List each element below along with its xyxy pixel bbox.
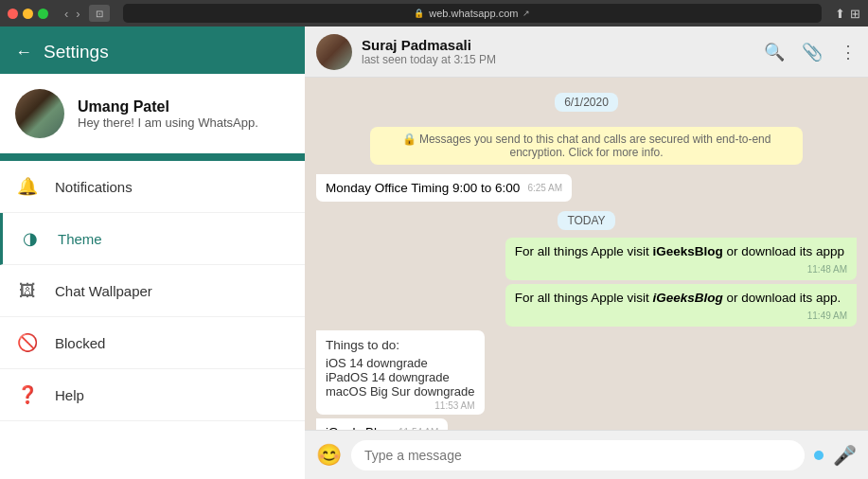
sidebar-item-notifications[interactable]: 🔔 Notifications: [0, 161, 305, 213]
nav-arrows: ‹ ›: [62, 7, 83, 21]
chat-header-actions: 🔍 📎 ⋮: [764, 42, 857, 62]
chat-wallpaper-label: Chat Wallpaper: [55, 283, 152, 299]
address-bar[interactable]: 🔒 web.whatsapp.com ↗: [123, 4, 822, 23]
share-button[interactable]: ⬆: [835, 7, 845, 21]
sidebar-item-chat-wallpaper[interactable]: 🖼 Chat Wallpaper: [0, 265, 305, 317]
browser-chrome: ‹ › ⊡ 🔒 web.whatsapp.com ↗ ⬆ ⊞: [0, 0, 868, 27]
sidebar-item-theme[interactable]: ◑ Theme: [0, 213, 305, 265]
message-time: 11:53 AM: [434, 400, 474, 411]
profile-section[interactable]: Umang Patel Hey there! I am using WhatsA…: [0, 74, 305, 153]
back-nav-button[interactable]: ‹: [62, 7, 71, 21]
sidebar-title: Settings: [44, 42, 109, 62]
input-bar: 😊 🎤: [305, 430, 868, 479]
sidebar-item-blocked[interactable]: 🚫 Blocked: [0, 317, 305, 369]
message-text: iGeeksBlog: [326, 425, 391, 430]
forward-nav-button[interactable]: ›: [73, 7, 82, 21]
date-badge-text: 6/1/2020: [555, 93, 618, 112]
sidebar-item-help[interactable]: ❓ Help: [0, 369, 305, 421]
message-time: 6:25 AM: [527, 182, 562, 195]
add-bookmark-button[interactable]: ⊞: [850, 7, 860, 21]
theme-icon: ◑: [18, 226, 43, 251]
lock-icon: 🔒: [414, 9, 424, 18]
message-received-5: iGeeksBlog 11:54 AM: [316, 418, 448, 430]
italic-bold-text: iGeeksBlog: [652, 291, 722, 305]
today-badge-text: TODAY: [558, 211, 614, 230]
chat-header: Suraj Padmasali last seen today at 3:15 …: [305, 27, 868, 78]
chat-area: Suraj Padmasali last seen today at 3:15 …: [305, 27, 868, 479]
message-time: 11:48 AM: [807, 263, 847, 276]
todo-title: Things to do:: [326, 338, 475, 352]
traffic-lights: [8, 9, 48, 19]
emoji-button[interactable]: 😊: [316, 443, 342, 468]
todo-item-1: iOS 14 downgrade: [326, 356, 475, 370]
message-sent-3: For all things Apple visit iGeeksBlog or…: [505, 284, 857, 327]
app-container: ← Settings Umang Patel Hey there! I am u…: [0, 27, 868, 479]
help-icon: ❓: [15, 382, 40, 407]
chat-contact-name: Suraj Padmasali: [362, 37, 754, 53]
theme-label: Theme: [58, 231, 102, 247]
todo-item-3: macOS Big Sur downgrade: [326, 384, 475, 399]
send-status-indicator: [814, 451, 824, 460]
notifications-icon: 🔔: [15, 174, 40, 199]
close-button[interactable]: [8, 9, 18, 19]
maximize-button[interactable]: [38, 9, 48, 19]
blocked-icon: 🚫: [15, 330, 40, 355]
profile-info: Umang Patel Hey there! I am using WhatsA…: [78, 98, 290, 130]
browser-actions: ⬆ ⊞: [835, 7, 860, 21]
blocked-label: Blocked: [55, 335, 105, 351]
todo-item-2: iPadOS 14 downgrade: [326, 370, 475, 384]
external-link-icon: ↗: [523, 9, 530, 18]
chat-contact-avatar: [316, 34, 352, 70]
message-time: 11:49 AM: [807, 310, 847, 323]
sidebar-header: ← Settings: [0, 27, 305, 74]
message-input[interactable]: [351, 440, 805, 470]
encryption-text: 🔒 Messages you send to this chat and cal…: [402, 133, 771, 159]
today-badge: TODAY: [558, 211, 614, 228]
message-received-1: Monday Office Timing 9:00 to 6:00 6:25 A…: [316, 174, 572, 202]
encryption-notice: 🔒 Messages you send to this chat and cal…: [370, 127, 803, 165]
message-time: 11:54 AM: [399, 426, 438, 430]
back-button[interactable]: ←: [15, 43, 32, 62]
avatar-image: [15, 89, 64, 138]
chat-contact-info: Suraj Padmasali last seen today at 3:15 …: [362, 37, 754, 66]
message-sent-2: For all things Apple visit iGeeksBlog or…: [505, 238, 857, 280]
profile-status: Hey there! I am using WhatsApp.: [78, 115, 290, 130]
help-label: Help: [55, 387, 84, 403]
bold-text: iGeeksBlog: [652, 244, 722, 258]
search-button[interactable]: 🔍: [764, 42, 785, 62]
profile-name: Umang Patel: [78, 98, 290, 115]
messages-area[interactable]: 6/1/2020 🔒 Messages you send to this cha…: [305, 78, 868, 430]
chat-last-seen: last seen today at 3:15 PM: [362, 53, 754, 66]
chat-wallpaper-icon: 🖼: [15, 278, 40, 303]
sidebar: ← Settings Umang Patel Hey there! I am u…: [0, 27, 305, 479]
notifications-label: Notifications: [55, 179, 133, 195]
avatar: [15, 89, 64, 138]
message-todo-4: Things to do: iOS 14 downgrade iPadOS 14…: [316, 330, 485, 415]
url-text: web.whatsapp.com: [429, 8, 518, 19]
window-button[interactable]: ⊡: [89, 5, 110, 22]
attach-button[interactable]: 📎: [802, 42, 823, 62]
message-text: Monday Office Timing 9:00 to 6:00: [326, 181, 520, 195]
menu-button[interactable]: ⋮: [840, 42, 857, 62]
menu-list: 🔔 Notifications ◑ Theme 🖼 Chat Wallpaper…: [0, 161, 305, 479]
date-badge: 6/1/2020: [555, 93, 618, 110]
mic-button[interactable]: 🎤: [833, 444, 857, 467]
minimize-button[interactable]: [23, 9, 33, 19]
